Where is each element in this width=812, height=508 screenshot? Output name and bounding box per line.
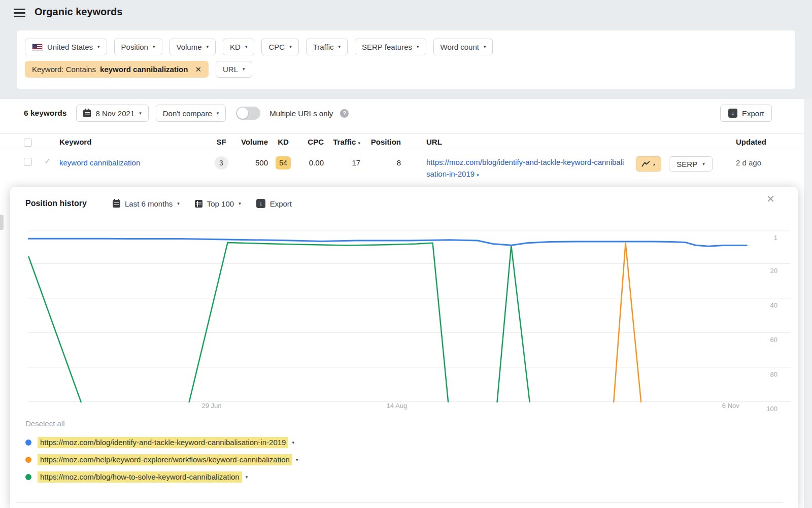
column-header-keyword[interactable]: Keyword	[59, 138, 209, 146]
keyword-contains-filter-chip[interactable]: Keyword: Contains keyword cannibalizatio…	[25, 61, 209, 78]
table-row: ✓ keyword cannibalization 3 500 54 0.00 …	[0, 151, 804, 187]
chevron-down-icon[interactable]: ▾	[246, 475, 248, 480]
select-all-checkbox[interactable]	[24, 139, 32, 147]
serp-features-filter-dropdown[interactable]: SERP features▾	[355, 39, 426, 55]
country-filter-dropdown[interactable]: United States ▾	[25, 39, 107, 55]
filters-row-1: United States ▾ Position▾ Volume▾ KD▾ CP…	[17, 30, 795, 55]
us-flag-icon	[32, 44, 43, 51]
keywords-count: 6 keywords	[24, 109, 66, 118]
volume-filter-dropdown[interactable]: Volume▾	[170, 39, 216, 55]
serp-dropdown-button[interactable]: SERP ▾	[669, 156, 713, 172]
kd-badge[interactable]: 54	[276, 156, 291, 170]
traffic-filter-dropdown[interactable]: Traffic▾	[306, 39, 348, 55]
remove-filter-icon[interactable]: ✕	[195, 65, 201, 74]
keyword-link[interactable]: keyword cannibalization	[59, 158, 140, 167]
series-dot-blue-icon	[25, 439, 31, 446]
panel-export-button[interactable]: ↓ Export	[256, 199, 292, 208]
metrics-chart-icon	[641, 161, 650, 167]
chevron-down-icon: ▾	[217, 111, 219, 116]
deselect-all-link[interactable]: Deselect all	[25, 419, 65, 428]
cpc-value: 0.00	[298, 156, 324, 170]
series-dot-orange-icon	[25, 457, 31, 463]
chevron-down-icon[interactable]: ▾	[296, 457, 298, 462]
url-expand-caret-icon[interactable]: ▾	[477, 173, 479, 178]
chevron-down-icon: ▾	[417, 45, 419, 49]
chevron-down-icon: ▾	[702, 162, 705, 166]
organic-keywords-page: Organic keywords United States ▾ Positio…	[0, 0, 812, 508]
date-range-dropdown[interactable]: Last 6 months ▾	[113, 199, 180, 208]
multiple-urls-label: Multiple URLs only	[269, 109, 333, 118]
filters-card: United States ▾ Position▾ Volume▾ KD▾ CP…	[17, 30, 795, 89]
position-filter-dropdown[interactable]: Position▾	[114, 39, 162, 55]
serp-features-badge[interactable]: 3	[215, 156, 228, 170]
column-header-url[interactable]: URL	[426, 138, 624, 146]
traffic-value: 17	[324, 156, 360, 170]
url-filter-dropdown[interactable]: URL▾	[216, 61, 252, 78]
chevron-down-icon: ▾	[243, 67, 245, 72]
table-toolbar: 6 keywords 8 Nov 2021 ▾ Don't compare ▾ …	[24, 105, 349, 122]
chevron-down-icon[interactable]: ▾	[292, 440, 294, 445]
series-dot-green-icon	[25, 474, 31, 480]
chevron-down-icon: ▾	[245, 45, 248, 49]
chevron-down-icon: ▾	[484, 45, 486, 49]
download-icon: ↓	[256, 199, 265, 208]
panel-divider	[17, 502, 783, 503]
position-history-chart	[28, 223, 790, 402]
download-icon: ↓	[728, 109, 737, 118]
table-icon	[195, 200, 202, 208]
page-title: Organic keywords	[35, 6, 122, 18]
calendar-icon	[83, 110, 91, 117]
chevron-down-icon: ▾	[177, 201, 180, 206]
close-icon[interactable]: ✕	[766, 193, 775, 205]
export-button[interactable]: ↓ Export	[720, 105, 772, 122]
updated-value: 2 d ago	[736, 156, 761, 170]
chevron-down-icon: ▾	[289, 45, 292, 49]
chart-legend: https://moz.com/blog/identify-and-tackle…	[25, 434, 298, 486]
chevron-down-icon: ▾	[339, 45, 341, 49]
date-picker-button[interactable]: 8 Nov 2021 ▾	[76, 105, 148, 122]
left-scroll-tab[interactable]	[0, 215, 4, 230]
table-header: Keyword SF Volume KD CPC Traffic ▾ Posit…	[0, 133, 804, 150]
column-header-updated[interactable]: Updated	[736, 138, 766, 146]
hamburger-menu-icon[interactable]	[14, 9, 25, 17]
top-100-dropdown[interactable]: Top 100 ▾	[195, 199, 241, 208]
chevron-down-icon: ▾	[239, 201, 241, 206]
column-header-kd[interactable]: KD	[268, 138, 298, 146]
row-checkbox[interactable]	[24, 158, 32, 166]
calendar-icon	[113, 200, 120, 208]
column-header-cpc[interactable]: CPC	[298, 138, 324, 146]
position-history-panel: ✕ Position history Last 6 months ▾ Top 1…	[10, 187, 798, 508]
kd-filter-dropdown[interactable]: KD▾	[223, 39, 254, 55]
x-axis-labels: 29 Jun14 Aug6 Nov	[28, 402, 790, 412]
help-icon[interactable]: ?	[340, 109, 349, 118]
position-value: 8	[360, 156, 401, 170]
chevron-down-icon: ▾	[139, 111, 142, 116]
volume-value: 500	[233, 156, 268, 170]
panel-controls: Last 6 months ▾ Top 100 ▾ ↓ Export	[113, 199, 292, 208]
multiple-urls-toggle[interactable]	[236, 107, 260, 120]
compare-dropdown[interactable]: Don't compare ▾	[156, 105, 226, 122]
position-history-toggle-button[interactable]: ▲	[636, 156, 661, 172]
chevron-down-icon: ▾	[97, 45, 100, 49]
collapse-triangle-icon: ▲	[653, 162, 656, 166]
column-header-volume[interactable]: Volume	[233, 138, 268, 146]
panel-title: Position history	[25, 199, 87, 208]
scrollbar-track[interactable]	[804, 99, 812, 508]
column-header-traffic[interactable]: Traffic ▾	[324, 138, 360, 146]
column-header-sf[interactable]: SF	[209, 138, 233, 146]
chevron-down-icon: ▾	[153, 45, 155, 49]
chevron-down-icon: ▾	[207, 45, 209, 49]
filters-row-2: Keyword: Contains keyword cannibalizatio…	[17, 55, 795, 78]
legend-item[interactable]: https://moz.com/blog/identify-and-tackle…	[25, 434, 298, 451]
word-count-filter-dropdown[interactable]: Word count▾	[433, 39, 493, 55]
legend-item[interactable]: https://moz.com/help/keyword-explorer/wo…	[25, 451, 298, 468]
result-url-link[interactable]: https://moz.com/blog/identify-and-tackle…	[426, 158, 624, 178]
column-header-position[interactable]: Position	[360, 138, 401, 146]
check-icon: ✓	[44, 157, 51, 165]
legend-item[interactable]: https://moz.com/blog/how-to-solve-keywor…	[25, 468, 298, 486]
cpc-filter-dropdown[interactable]: CPC▾	[261, 39, 298, 55]
